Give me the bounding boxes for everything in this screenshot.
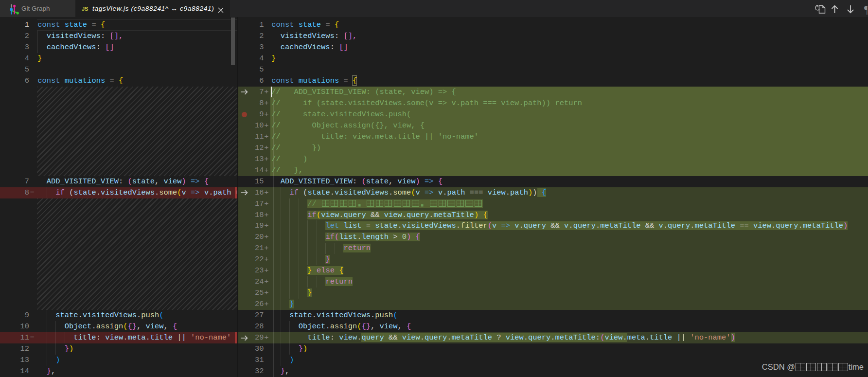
svg-text:¶: ¶ <box>864 3 868 16</box>
